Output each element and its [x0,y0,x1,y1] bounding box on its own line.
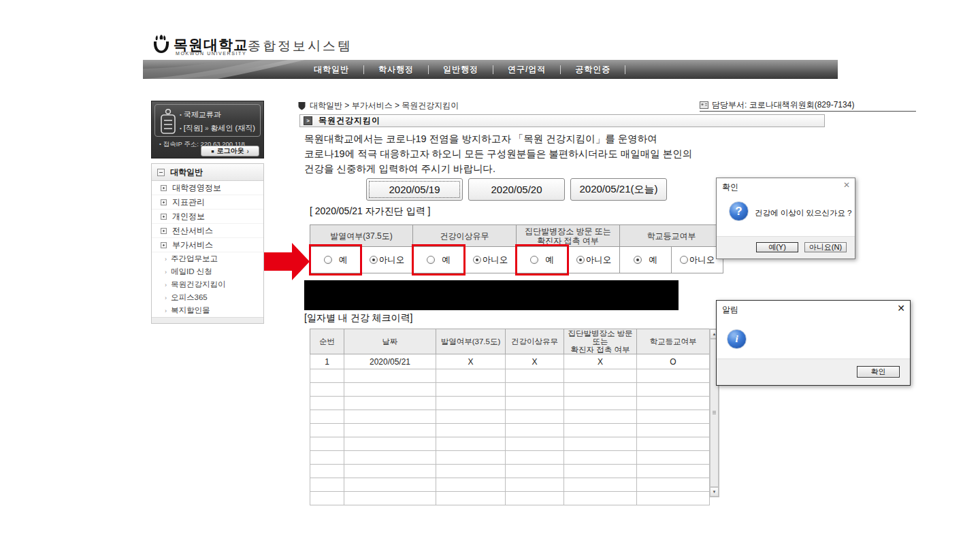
breadcrumb: 대학일반 > 부가서비스 > 목원건강지킴이 [298,100,459,112]
close-icon[interactable]: ✕ [843,180,850,190]
arrow-box-icon: > [304,116,312,125]
system-title: 종합정보시스템 [248,37,353,55]
alert-dialog-title: 알림 [722,304,738,316]
sidebar-subitem-weekly-report[interactable]: › 주간업무보고 [152,252,263,265]
confirm-dialog-title: 확인 [722,182,738,193]
radio-selected-icon [576,256,585,264]
chevron-right-icon: › [246,148,248,155]
scroll-down-button[interactable]: ▼ [710,487,719,497]
user-id-panel: •국제교류과 •[직원]»황세인 (재직) [154,104,261,137]
id-card-icon [160,109,176,135]
nav-item-engineering-cert[interactable]: 공학인증 [561,64,625,76]
nav-item-research[interactable]: 연구/업적 [493,64,560,76]
sidebar-item-univ-management[interactable]: 대학경영정보 [152,181,263,195]
history-empty-row [310,383,710,397]
history-header-contact: 집단발병장소 방문 또는 확진자 접촉 여부 [564,329,637,354]
sidebar-menu-header[interactable]: 대학일반 [152,164,263,181]
red-pointer-arrow [264,242,310,281]
chevron-right-icon: › [165,256,167,263]
intro-line: 건강을 신중하게 입력하여 주시기 바랍니다. [304,161,692,176]
expand-box-icon [161,242,167,248]
sidebar-menu-footer [152,317,263,323]
confirm-yes-button[interactable]: 예(Y) [756,242,798,252]
close-icon[interactable]: ✕ [897,303,905,314]
radio-unselected-icon [427,256,435,264]
history-header-no: 순번 [310,329,344,354]
user-name: 황세인 (재직) [211,124,255,132]
nav-item-admin[interactable]: 일반행정 [429,64,493,76]
intro-text: 목원대학교에서는 코로나19 전염을 방지하고자 「목원 건강지킴이」를 운영하… [304,131,692,176]
chevron-right-icon: › [165,295,167,301]
history-header-health: 건강이상유무 [506,329,564,354]
nav-item-general[interactable]: 대학일반 [299,64,363,76]
intro-line: 코로나19에 적극 대응하고자 하오니 모든 구성원분들은 불편하시더라도 매일… [304,146,692,161]
date-button-0520[interactable]: 2020/05/20 [468,178,565,201]
radio-contact-no[interactable]: 아니오 [568,247,620,273]
chevron-right-icon: › [165,269,167,276]
diagnosis-header-fever: 발열여부(37.5도) [310,224,413,247]
expand-box-icon [161,199,167,205]
alert-ok-button[interactable]: 확인 [857,366,900,378]
expand-box-icon [161,228,167,234]
history-row: 1 2020/05/21 X X X O [310,354,710,369]
scrollbar-grip [713,411,716,412]
user-department: •국제교류과 [180,110,221,120]
radio-fever-no[interactable]: 아니오 [361,247,413,273]
info-icon: i [727,329,747,349]
user-info-box: •국제교류과 •[직원]»황세인 (재직) •접속IP 주소: 220,63,2… [151,101,264,158]
health-history-table: 순번 날짜 발열여부(37.5도) 건강이상유무 집단발병장소 방문 또는 확진… [310,329,710,505]
confirm-dialog-message: 건강에 이상이 있으신가요 ? [755,208,851,218]
collapse-box-icon [157,169,165,176]
radio-unselected-icon [530,256,538,264]
sidebar-subitem-mail-id[interactable]: › 메일ID 신청 [152,265,263,278]
date-button-0521-today[interactable]: 2020/05/21(오늘) [570,178,667,201]
logout-label: 로그아웃 [216,146,244,156]
square-bullet-icon: ■ [211,149,214,154]
department-contact: 담당부서: 코로나대책위원회(829-7134) [700,99,854,111]
radio-attendance-yes[interactable]: 예 [620,247,672,273]
radio-fever-yes[interactable]: 예 [310,247,361,273]
radio-health-no[interactable]: 아니오 [465,247,517,273]
diagnosis-header-row: 발열여부(37.5도) 건강이상유무 집단발병장소 방문 또는 확진자 접촉 여… [310,224,723,247]
radio-health-yes[interactable]: 예 [413,247,465,273]
confirm-no-button[interactable]: 아니요(N) [804,242,847,252]
divider [700,111,916,112]
shield-icon [298,101,306,110]
history-section-title: [일자별 내 건강 체크이력] [304,312,412,324]
self-diagnosis-table: 발열여부(37.5도) 건강이상유무 집단발병장소 방문 또는 확진자 접촉 여… [310,224,723,273]
history-empty-row [310,397,710,410]
sidebar-subitem-office365[interactable]: › 오피스365 [152,291,263,304]
logout-button[interactable]: ■ 로그아웃 › [201,146,259,156]
screen: 목원대학교 MOKWON UNIVERSITY 종합정보시스템 대학일반 학사행… [0,0,980,551]
nav-separator [625,65,625,74]
diagnosis-radio-row: 예 아니오 예 아니오 예 아니오 [310,247,723,273]
chevron-right-icon: › [165,307,167,314]
university-logo-icon [150,35,172,55]
chevron-right-icon: » [205,124,209,132]
date-button-0519[interactable]: 2020/05/19 [366,178,463,201]
self-diagnosis-section-title: [ 2020/05/21 자가진단 입력 ] [310,205,430,218]
nav-item-academic[interactable]: 학사행정 [364,64,428,76]
history-empty-row [310,465,710,478]
sidebar-subitem-welfare-mall[interactable]: › 복지할인몰 [152,304,263,317]
history-empty-row [310,478,710,492]
nav-swoosh-decoration [143,60,313,79]
sidebar-item-computing-service[interactable]: 전산서비스 [152,224,263,238]
page-title-bar: > 목원건강지킴이 [299,114,825,127]
question-icon: ? [729,201,749,221]
history-header-fever: 발열여부(37.5도) [436,329,506,354]
sidebar-item-extra-service[interactable]: 부가서비스 [152,238,263,252]
diagnosis-header-contact: 집단발병장소 방문 또는 확진자 접촉 여부 [517,224,620,247]
radio-selected-icon [473,256,481,264]
history-empty-row [310,424,710,437]
sidebar-item-personal-info[interactable]: 개인정보 [152,210,263,224]
history-empty-row [310,437,710,451]
sidebar-menu: 대학일반 대학경영정보 지표관리 개인정보 전산서비스 부가서비스 › 주간업무… [151,163,264,324]
radio-unselected-icon [324,256,332,264]
chevron-right-icon: › [165,282,167,288]
sidebar-item-indicator-mgmt[interactable]: 지표관리 [152,195,263,210]
radio-selected-icon [634,256,642,264]
expand-box-icon [161,214,167,220]
sidebar-subitem-health-keeper[interactable]: › 목원건강지킴이 [152,278,263,291]
radio-contact-yes[interactable]: 예 [517,247,568,273]
